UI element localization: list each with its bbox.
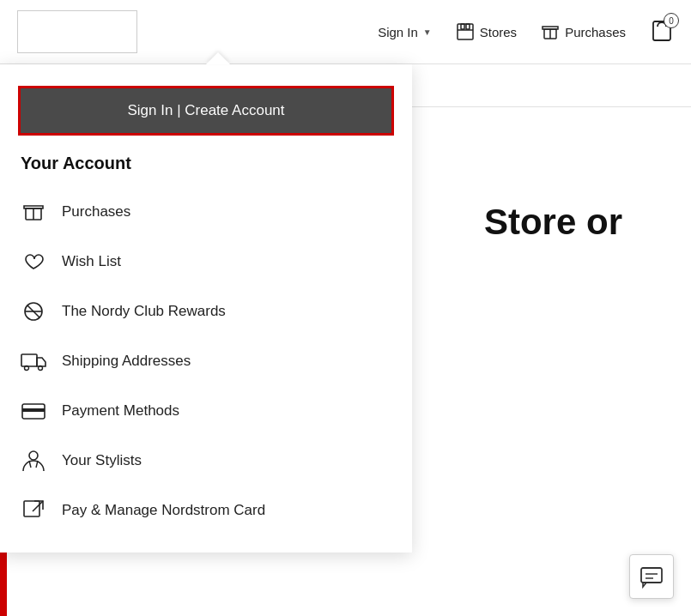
- signin-nav-item[interactable]: Sign In ▼: [378, 25, 432, 39]
- hero-text: Store or: [484, 202, 622, 243]
- menu-item-purchases[interactable]: Purchases: [0, 187, 412, 237]
- svg-rect-14: [22, 408, 45, 412]
- signin-create-account-button[interactable]: Sign In | Create Account: [21, 88, 391, 133]
- menu-item-shipping[interactable]: Shipping Addresses: [0, 336, 412, 386]
- menu-item-nordstrom-card[interactable]: Pay & Manage Nordstrom Card: [0, 486, 412, 535]
- truck-icon: [21, 348, 46, 374]
- account-dropdown: Sign In | Create Account Your Account Pu…: [0, 64, 412, 553]
- shipping-label: Shipping Addresses: [62, 353, 191, 370]
- signin-nav-label: Sign In: [378, 25, 418, 39]
- stylists-label: Your Stylists: [62, 452, 142, 469]
- cart-badge: 0: [664, 13, 679, 28]
- wish-list-label: Wish List: [62, 253, 121, 270]
- chat-icon: [639, 565, 664, 589]
- stores-icon: [456, 22, 475, 41]
- menu-item-nordy-club[interactable]: The Nordy Club Rewards: [0, 287, 412, 336]
- svg-rect-10: [21, 354, 37, 366]
- box-icon: [21, 199, 46, 225]
- menu-item-wish-list[interactable]: Wish List: [0, 237, 412, 287]
- header: Sign In ▼ Stores Purchases: [0, 0, 691, 64]
- svg-line-19: [33, 501, 43, 511]
- svg-rect-18: [24, 501, 39, 516]
- external-link-icon: [21, 498, 46, 523]
- purchases-nav-label: Purchases: [565, 25, 626, 39]
- nordy-club-label: The Nordy Club Rewards: [62, 303, 226, 320]
- stores-nav-label: Stores: [480, 25, 517, 39]
- svg-rect-20: [641, 568, 662, 583]
- menu-item-payment[interactable]: Payment Methods: [0, 386, 412, 436]
- svg-rect-0: [458, 24, 473, 39]
- nordstrom-card-label: Pay & Manage Nordstrom Card: [62, 502, 265, 519]
- purchases-label: Purchases: [62, 203, 130, 220]
- stores-nav-item[interactable]: Stores: [456, 22, 517, 41]
- chat-button[interactable]: [629, 554, 674, 599]
- dropdown-pointer: [206, 52, 230, 64]
- purchases-nav-item[interactable]: Purchases: [541, 22, 626, 41]
- nordy-icon: [21, 299, 46, 324]
- cart-button[interactable]: 0: [650, 18, 674, 45]
- svg-rect-2: [466, 24, 470, 29]
- heart-icon: [21, 249, 46, 275]
- payment-label: Payment Methods: [62, 402, 179, 420]
- stylists-icon: [21, 448, 46, 474]
- logo: [17, 10, 137, 53]
- header-nav: Sign In ▼ Stores Purchases: [378, 18, 674, 45]
- your-account-title: Your Account: [0, 154, 412, 187]
- svg-rect-1: [461, 24, 464, 29]
- purchases-icon: [541, 22, 560, 41]
- svg-point-15: [29, 451, 38, 460]
- card-icon: [21, 398, 46, 424]
- menu-item-stylists[interactable]: Your Stylists: [0, 436, 412, 486]
- chevron-down-icon: ▼: [423, 27, 432, 37]
